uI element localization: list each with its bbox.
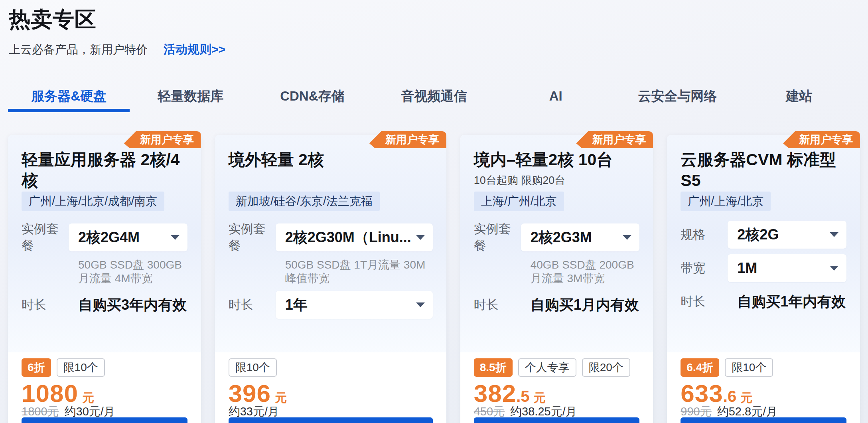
- duration-value: 自购买1月内有效: [521, 295, 639, 315]
- promo-badges: 6折 限10个: [22, 358, 187, 377]
- new-user-badge: 新用户专享: [783, 131, 860, 148]
- config-row: 时长 自购买3年内有效: [22, 291, 187, 319]
- promo-badges: 限10个: [229, 358, 433, 377]
- instance-plan-select[interactable]: 2核2G3M: [521, 223, 640, 251]
- category-tabs: 服务器&硬盘 轻量数据库 CDN&存储 音视频通信 AI 云安全与网络 建站: [8, 87, 860, 109]
- row-label: 时长: [681, 293, 728, 310]
- page-subtitle: 上云必备产品，新用户特价: [9, 42, 148, 58]
- monthly-price: 约30元/月: [65, 405, 115, 417]
- tab-audio-video[interactable]: 音视频通信: [373, 87, 495, 109]
- subprice: 450元 约38.25元/月: [474, 405, 640, 417]
- config-row: 时长 自购买1年内有效: [681, 288, 846, 316]
- card-price-area: 6折 限10个 1080 元 1800元 约30元/月: [8, 352, 201, 417]
- config-row: 时长 1年: [229, 291, 433, 319]
- row-label: 实例套餐: [474, 221, 521, 254]
- monthly-price: 约52.8元/月: [717, 405, 778, 417]
- duration-value: 自购买3年内有效: [69, 295, 187, 315]
- promo-badges: 6.4折 限10个: [681, 358, 846, 377]
- plan-spec-note: 50GB SSD盘 300GB月流量 4M带宽: [78, 258, 187, 285]
- discount-badge: 6折: [22, 358, 51, 377]
- card-config-area: 云服务器CVM 标准型S5 广州/上海/北京 规格 2核2G 带宽 1M: [667, 135, 860, 352]
- product-title: 云服务器CVM 标准型S5: [681, 149, 846, 191]
- price: 1080 元: [22, 382, 187, 405]
- tab-security-network[interactable]: 云安全与网络: [617, 87, 738, 109]
- instance-plan-select[interactable]: 2核2G4M: [69, 223, 187, 251]
- spec-select[interactable]: 2核2G: [728, 221, 846, 249]
- config-row: 时长 自购买1月内有效: [474, 291, 640, 319]
- discount-badge: 6.4折: [681, 358, 719, 377]
- new-user-badge: 新用户专享: [369, 131, 446, 148]
- price: 382 .5 元: [474, 382, 640, 405]
- config-row: 规格 2核2G: [681, 221, 846, 249]
- card-config-area: 轻量应用服务器 2核/4核 广州/上海/北京/成都/南京 实例套餐 2核2G4M…: [8, 135, 201, 352]
- subprice: 1800元 约30元/月: [22, 405, 187, 417]
- product-subtitle: 10台起购 限购20台: [474, 174, 640, 187]
- monthly-price: 约38.25元/月: [510, 405, 577, 417]
- chevron-down-icon: [623, 235, 631, 240]
- promo-badges: 8.5折 个人专享 限20个: [474, 358, 640, 377]
- page-title: 热卖专区: [9, 6, 859, 32]
- instance-plan-select[interactable]: 2核2G30M（Linu...: [276, 223, 433, 251]
- original-price: 1800元: [22, 405, 59, 417]
- plan-spec-note: 50GB SSD盘 1T月流量 30M峰值带宽: [285, 258, 433, 285]
- product-card-grid: 新用户专享 轻量应用服务器 2核/4核 广州/上海/北京/成都/南京 实例套餐 …: [0, 135, 868, 423]
- monthly-price: 约33元/月: [229, 405, 279, 417]
- limit-badge: 限10个: [229, 358, 277, 377]
- duration-value: 自购买1年内有效: [728, 292, 846, 312]
- new-user-badge: 新用户专享: [124, 131, 201, 148]
- price: 396 元: [229, 382, 433, 405]
- tab-lite-database[interactable]: 轻量数据库: [130, 87, 251, 109]
- product-card-domestic-lighthouse-bulk: 新用户专享 境内–轻量2核 10台 10台起购 限购20台 上海/广州/北京 实…: [460, 135, 653, 423]
- limit-badge: 限10个: [57, 358, 105, 377]
- card-price-area: 限10个 396 元 约33元/月: [215, 352, 446, 417]
- config-row: 实例套餐 2核2G3M: [474, 221, 640, 254]
- row-label: 实例套餐: [22, 221, 69, 254]
- card-price-area: 6.4折 限10个 633 .6 元 990元 约52.8元/月: [667, 352, 860, 417]
- activity-rules-link[interactable]: 活动规则>>: [164, 42, 225, 58]
- tab-server-disk[interactable]: 服务器&硬盘: [8, 87, 130, 109]
- tab-website[interactable]: 建站: [738, 87, 860, 109]
- row-label: 时长: [474, 296, 521, 313]
- original-price: 990元: [681, 405, 711, 417]
- region-tag: 广州/上海/北京/成都/南京: [22, 192, 164, 211]
- card-config-area: 境外轻量 2核 新加坡/硅谷/东京/法兰克福 实例套餐 2核2G30M（Linu…: [215, 135, 446, 352]
- product-card-overseas-lighthouse: 新用户专享 境外轻量 2核 新加坡/硅谷/东京/法兰克福 实例套餐 2核2G30…: [215, 135, 446, 423]
- chevron-down-icon: [830, 266, 838, 271]
- buy-button[interactable]: [681, 417, 846, 423]
- row-label: 规格: [681, 226, 728, 243]
- product-card-cvm-s5: 新用户专享 云服务器CVM 标准型S5 广州/上海/北京 规格 2核2G 带宽 …: [667, 135, 860, 423]
- chevron-down-icon: [830, 232, 838, 237]
- config-row: 实例套餐 2核2G4M: [22, 221, 187, 254]
- chevron-down-icon: [416, 302, 425, 307]
- buy-button[interactable]: [229, 417, 433, 423]
- config-row: 带宽 1M: [681, 254, 846, 282]
- subtitle-row: 上云必备产品，新用户特价 活动规则>>: [9, 42, 859, 58]
- buy-button[interactable]: [22, 417, 187, 423]
- region-tag: 新加坡/硅谷/东京/法兰克福: [229, 192, 380, 211]
- region-tag: 上海/广州/北京: [474, 192, 564, 211]
- personal-badge: 个人专享: [518, 358, 576, 377]
- region-tag: 广州/上海/北京: [681, 192, 771, 211]
- product-title: 境外轻量 2核: [229, 149, 433, 170]
- subprice: 约33元/月: [229, 405, 433, 417]
- product-card-lighthouse: 新用户专享 轻量应用服务器 2核/4核 广州/上海/北京/成都/南京 实例套餐 …: [8, 135, 201, 423]
- price: 633 .6 元: [681, 382, 846, 405]
- buy-button[interactable]: [474, 417, 640, 423]
- original-price: 450元: [474, 405, 505, 417]
- duration-select[interactable]: 1年: [276, 291, 433, 319]
- row-label: 带宽: [681, 260, 728, 277]
- discount-badge: 8.5折: [474, 358, 513, 377]
- row-label: 时长: [229, 296, 276, 313]
- card-price-area: 8.5折 个人专享 限20个 382 .5 元 450元 约38.25元/月: [460, 352, 653, 417]
- plan-spec-note: 40GB SSD盘 200GB月流量 3M带宽: [531, 258, 640, 285]
- card-config-area: 境内–轻量2核 10台 10台起购 限购20台 上海/广州/北京 实例套餐 2核…: [460, 135, 653, 352]
- row-label: 时长: [22, 296, 69, 313]
- tab-cdn-storage[interactable]: CDN&存储: [251, 87, 373, 109]
- limit-badge: 限20个: [582, 358, 630, 377]
- config-row: 实例套餐 2核2G30M（Linu...: [229, 221, 433, 254]
- bandwidth-select[interactable]: 1M: [728, 254, 846, 282]
- chevron-down-icon: [416, 235, 425, 240]
- tab-ai[interactable]: AI: [495, 87, 617, 109]
- new-user-badge: 新用户专享: [576, 131, 653, 148]
- product-title: 轻量应用服务器 2核/4核: [22, 149, 187, 191]
